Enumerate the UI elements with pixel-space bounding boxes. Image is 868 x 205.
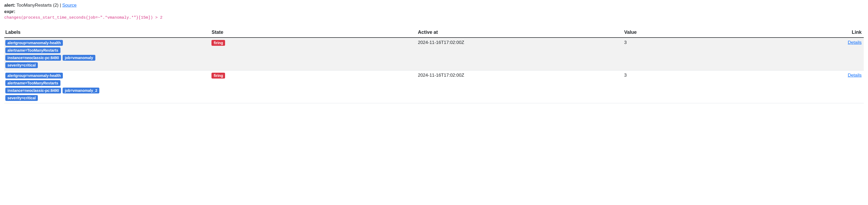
table-row: alertgroup=vmanomaly-healthalertname=Too… — [4, 71, 864, 103]
label-badge: job=vmanomaly_2 — [63, 88, 99, 94]
separator: | — [60, 3, 61, 8]
state-cell: firing — [210, 71, 416, 103]
expr-header: expr: — [4, 9, 864, 14]
label-badge: alertgroup=vmanomaly-health — [5, 40, 63, 46]
labels-cell: alertgroup=vmanomaly-healthalertname=Too… — [4, 71, 210, 103]
details-link[interactable]: Details — [848, 73, 862, 78]
label-badge: job=vmanomaly — [63, 55, 95, 61]
expr-value: changes(process_start_time_seconds{job=~… — [4, 15, 864, 20]
label-badge: alertname=TooManyRestarts — [5, 80, 60, 86]
active-at-cell: 2024-11-16T17:02:00Z — [417, 38, 623, 71]
alert-label: alert: — [4, 3, 16, 8]
expr-label: expr: — [4, 9, 16, 14]
alerts-table: Labels State Active at Value Link alertg… — [4, 27, 864, 103]
source-link[interactable]: Source — [62, 3, 77, 8]
active-at-cell: 2024-11-16T17:02:00Z — [417, 71, 623, 103]
link-cell: Details — [804, 71, 864, 103]
label-badge: alertgroup=vmanomaly-health — [5, 73, 63, 78]
labels-cell: alertgroup=vmanomaly-healthalertname=Too… — [4, 38, 210, 71]
value-cell: 3 — [623, 38, 804, 71]
header-value: Value — [623, 27, 804, 38]
label-badge: instance=neoclassic-pc:8490 — [5, 88, 61, 94]
details-link[interactable]: Details — [848, 40, 862, 45]
label-badge: instance=neoclassic-pc:8490 — [5, 55, 61, 61]
link-cell: Details — [804, 38, 864, 71]
label-badge: severity=critical — [5, 95, 38, 101]
table-row: alertgroup=vmanomaly-healthalertname=Too… — [4, 38, 864, 71]
header-labels: Labels — [4, 27, 210, 38]
value-cell: 3 — [623, 71, 804, 103]
alert-header: alert: TooManyRestarts (2) | Source — [4, 3, 864, 8]
header-state: State — [210, 27, 416, 38]
state-badge: firing — [212, 73, 225, 78]
label-badge: alertname=TooManyRestarts — [5, 47, 60, 53]
state-cell: firing — [210, 38, 416, 71]
state-badge: firing — [212, 40, 225, 46]
header-link: Link — [804, 27, 864, 38]
label-badge: severity=critical — [5, 62, 38, 68]
header-active-at: Active at — [417, 27, 623, 38]
alert-name: TooManyRestarts (2) — [17, 3, 59, 8]
